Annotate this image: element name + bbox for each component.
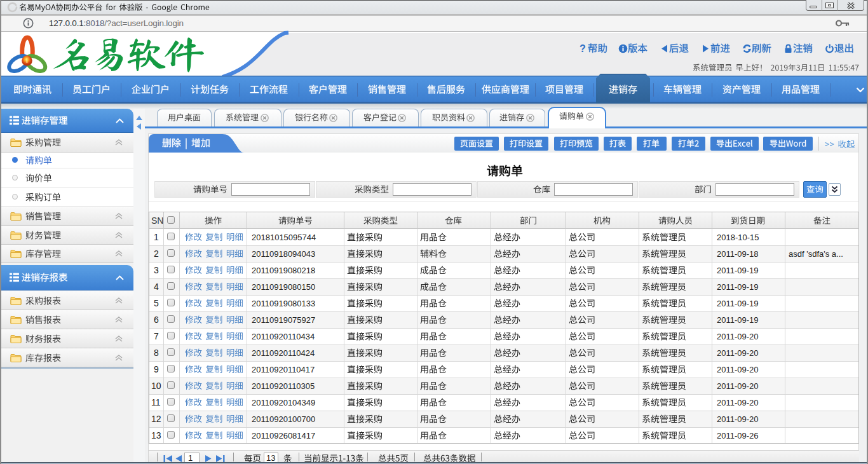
svg-text:?: ? — [580, 43, 586, 54]
svg-text:i: i — [26, 58, 28, 64]
